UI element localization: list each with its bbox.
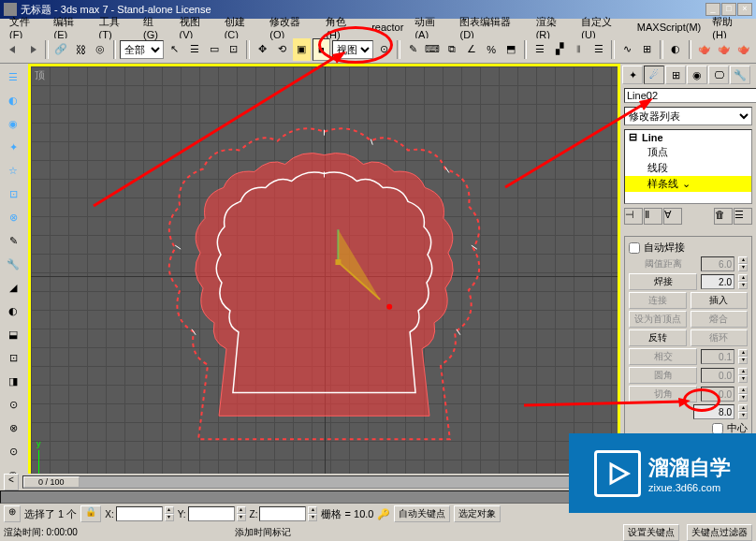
undo-button[interactable] (4, 38, 22, 61)
quick-render-button[interactable]: 🫖 (715, 38, 733, 61)
chamfer-spinner[interactable]: ▴▾ (738, 387, 748, 402)
redo-button[interactable] (23, 38, 41, 61)
schematic-button[interactable]: ⊞ (638, 38, 656, 61)
stack-vertex-item[interactable]: 顶点 (625, 144, 751, 160)
timeline-left-button[interactable]: < (4, 474, 19, 490)
autokey-button[interactable]: 自动关键点 (394, 505, 450, 522)
modifier-list-dropdown[interactable]: 修改器列表 (624, 107, 752, 125)
snap-button[interactable]: ⧉ (443, 38, 461, 61)
stack-root-item[interactable]: ⊟Line (625, 130, 751, 144)
menu-maxscript[interactable]: MAXScript(M) (632, 20, 706, 35)
layer-icon[interactable]: ◢ (2, 276, 24, 299)
outline-spinner[interactable]: ▴▾ (738, 404, 748, 419)
transform-type-button[interactable]: ⊕ (4, 505, 21, 522)
weld-spinner[interactable]: ▴▾ (738, 274, 748, 289)
select-region-button[interactable]: ▭ (205, 38, 223, 61)
mirror-button[interactable]: ▞ (550, 38, 568, 61)
camera-icon[interactable]: ☆ (2, 159, 24, 182)
y-spinner[interactable]: ▴▾ (237, 506, 246, 521)
scale-button[interactable]: ▣ (293, 38, 311, 61)
helper-icon[interactable]: ⊡ (2, 183, 24, 205)
link-button[interactable]: 🔗 (52, 38, 70, 61)
z-spinner[interactable]: ▴▾ (308, 506, 317, 521)
make-unique-button[interactable]: ∀ (663, 208, 682, 225)
modifier-stack[interactable]: ⊟Line 顶点 线段 样条线⌄ (624, 129, 752, 204)
tool-f-icon[interactable]: ⊗ (2, 417, 24, 439)
fillet-input[interactable] (701, 368, 734, 383)
tab-panel-icon[interactable]: ☰ (2, 66, 24, 88)
display-tab[interactable]: 🖵 (708, 66, 729, 84)
manipulate-button[interactable]: ✎ (404, 38, 422, 61)
selectobj-button[interactable]: 选定对象 (454, 505, 501, 522)
rotate-button[interactable]: ⟲ (273, 38, 291, 61)
show-result-button[interactable]: Ⅱ (644, 208, 662, 225)
bind-button[interactable]: ◎ (92, 38, 109, 61)
render-scene-button[interactable]: 🫖 (695, 38, 713, 61)
viewport[interactable]: 顶 (28, 64, 620, 489)
tool-g-icon[interactable]: ⊙ (2, 440, 24, 462)
z-input[interactable] (259, 506, 306, 521)
fuse-button[interactable]: 熔合 (691, 311, 749, 328)
render-last-button[interactable]: 🫖 (734, 38, 752, 61)
object-icon[interactable]: ◐ (2, 89, 24, 111)
connect-button[interactable]: 连接 (629, 292, 687, 309)
percent-snap-button[interactable]: % (483, 38, 501, 61)
outline-input[interactable] (693, 404, 734, 419)
unlink-button[interactable]: ⛓ (72, 38, 90, 61)
shape-icon[interactable]: ◉ (2, 112, 24, 135)
x-input[interactable] (116, 506, 163, 521)
tool-e-icon[interactable]: ⊙ (2, 393, 24, 416)
reference-coord-dropdown[interactable]: 视图 (332, 40, 373, 59)
threshold-spinner[interactable]: ▴▾ (738, 256, 748, 271)
align-button[interactable]: ⫴ (570, 38, 588, 61)
keyboard-button[interactable]: ⌨ (424, 38, 442, 61)
tool-a-icon[interactable]: ◐ (2, 300, 24, 322)
time-slider-thumb[interactable]: 0 / 100 (23, 476, 80, 488)
reverse-button[interactable]: 反转 (629, 329, 687, 346)
threshold-input[interactable] (701, 256, 734, 271)
setkey-button[interactable]: 设置关键点 (623, 524, 679, 541)
chamfer-input[interactable] (701, 387, 734, 402)
hierarchy-tab[interactable]: ⊞ (665, 66, 686, 84)
utility-icon[interactable]: 🔧 (2, 253, 24, 275)
tool-d-icon[interactable]: ◨ (2, 370, 24, 392)
curve-editor-button[interactable]: ∿ (618, 38, 636, 61)
tool-c-icon[interactable]: ⊡ (2, 346, 24, 369)
select-button[interactable]: ↖ (166, 38, 183, 61)
weld-button[interactable]: 焊接 (629, 273, 697, 290)
configure-sets-button[interactable]: ☰ (734, 208, 752, 225)
y-input[interactable] (188, 506, 235, 521)
remove-modifier-button[interactable]: 🗑 (714, 208, 733, 225)
crosssect-button[interactable]: 相交 (629, 348, 697, 365)
chamfer-button[interactable]: 切角 (629, 386, 697, 402)
lock-selection-button[interactable]: 🔒 (80, 505, 101, 522)
add-time-tag-text[interactable]: 添加时间标记 (235, 526, 291, 539)
crosssect-spinner[interactable]: ▴▾ (738, 349, 748, 364)
object-name-input[interactable] (624, 88, 756, 103)
angle-snap-button[interactable]: ∠ (463, 38, 481, 61)
spinner-snap-button[interactable]: ⬒ (502, 38, 520, 61)
stack-segment-item[interactable]: 线段 (625, 160, 751, 176)
named-selection-button[interactable]: ☰ (531, 38, 548, 61)
utilities-tab[interactable]: 🔧 (730, 66, 750, 84)
create-tab[interactable]: ✦ (622, 66, 643, 84)
window-crossing-button[interactable]: ⊡ (225, 38, 242, 61)
keyfilter-button[interactable]: 关键点过滤器 (687, 524, 752, 541)
motion-tab[interactable]: ◉ (687, 66, 707, 84)
material-editor-button[interactable]: ◐ (667, 38, 685, 61)
stack-spline-item[interactable]: 样条线⌄ (625, 176, 751, 192)
auto-weld-checkbox[interactable]: 自动焊接 (629, 241, 748, 255)
fillet-spinner[interactable]: ▴▾ (738, 368, 748, 383)
move-button[interactable]: ✥ (254, 38, 271, 61)
light-icon[interactable]: ✦ (2, 136, 24, 158)
menu-reactor[interactable]: reactor (366, 20, 409, 35)
crosssect-input[interactable] (701, 349, 734, 364)
select-by-name-button[interactable]: ☰ (185, 38, 203, 61)
fillet-button[interactable]: 圆角 (629, 367, 697, 384)
pivot-button[interactable]: ⊙ (375, 38, 393, 61)
tool-b-icon[interactable]: ⬓ (2, 323, 24, 345)
uniform-scale-button[interactable]: ■ (313, 38, 330, 61)
cycle-button[interactable]: 循环 (691, 329, 749, 346)
modify-tab[interactable]: ☄ (644, 66, 664, 84)
weld-input[interactable] (701, 274, 734, 289)
